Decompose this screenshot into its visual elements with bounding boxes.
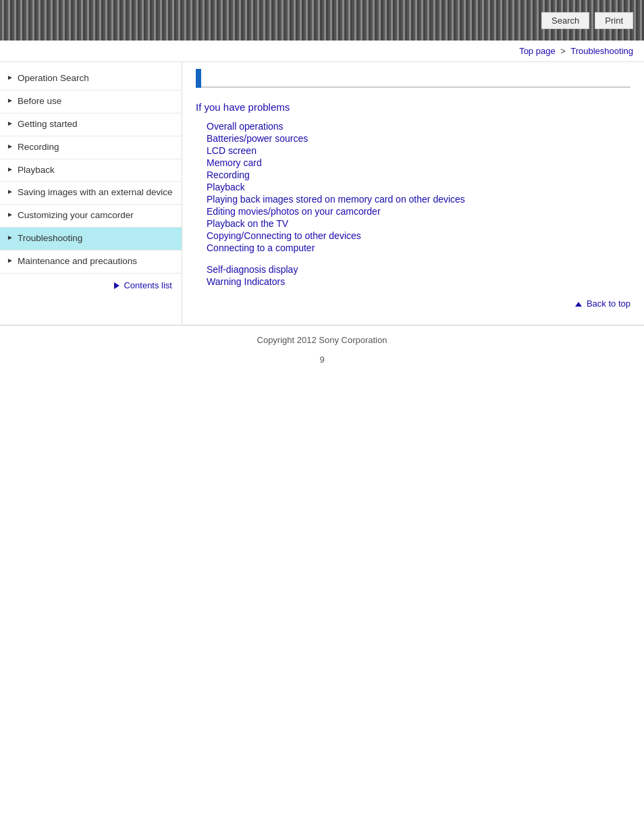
arrow-icon: ►	[7, 165, 14, 173]
link-editing-movies[interactable]: Editing movies/photos on your camcorder	[207, 206, 630, 217]
contents-list-row: Contents list	[0, 273, 182, 297]
sidebar-item-operation-search[interactable]: ► Operation Search	[0, 68, 182, 90]
link-copying-connecting[interactable]: Copying/Connecting to other devices	[207, 230, 630, 241]
sidebar-item-label: Before use	[18, 95, 61, 108]
breadcrumb-current-link[interactable]: Troubleshooting	[570, 46, 633, 56]
page-number: 9	[0, 355, 644, 371]
contents-arrow-icon	[114, 282, 119, 289]
content-area: If you have problems Overall operations …	[182, 62, 644, 325]
header-bar: Search Print	[0, 0, 644, 41]
links-group-2: Self-diagnosis display Warning Indicator…	[207, 264, 630, 287]
sidebar-item-recording[interactable]: ► Recording	[0, 136, 182, 159]
arrow-icon: ►	[7, 120, 14, 127]
sidebar-item-label: Saving images with an external device	[18, 186, 173, 199]
link-overall-operations[interactable]: Overall operations	[207, 121, 630, 132]
link-connecting-computer[interactable]: Connecting to a computer	[207, 242, 630, 253]
main-layout: ► Operation Search ► Before use ► Gettin…	[0, 61, 644, 325]
sidebar-item-label: Getting started	[18, 118, 78, 131]
breadcrumb-separator: >	[560, 46, 566, 56]
sidebar-item-label: Customizing your camcorder	[18, 209, 134, 222]
arrow-icon: ►	[7, 234, 14, 241]
sidebar-item-playback[interactable]: ► Playback	[0, 159, 182, 182]
footer-divider	[0, 325, 644, 325]
arrow-icon: ►	[7, 74, 14, 81]
sidebar: ► Operation Search ► Before use ► Gettin…	[0, 62, 182, 325]
sidebar-item-maintenance[interactable]: ► Maintenance and precautions	[0, 251, 182, 273]
arrow-icon: ►	[7, 257, 14, 264]
sidebar-item-label: Maintenance and precautions	[18, 255, 137, 268]
breadcrumb-top-link[interactable]: Top page	[519, 46, 556, 56]
search-button[interactable]: Search	[541, 12, 589, 29]
blue-bar	[196, 69, 201, 88]
footer-copyright: Copyright 2012 Sony Corporation	[0, 331, 644, 355]
triangle-up-icon	[575, 302, 582, 307]
back-to-top-label: Back to top	[587, 298, 630, 309]
breadcrumb: Top page > Troubleshooting	[0, 41, 644, 59]
sidebar-item-label: Operation Search	[18, 72, 89, 85]
sidebar-item-getting-started[interactable]: ► Getting started	[0, 113, 182, 136]
sidebar-item-before-use[interactable]: ► Before use	[0, 90, 182, 113]
arrow-icon: ►	[7, 97, 14, 104]
sidebar-item-saving-images[interactable]: ► Saving images with an external device	[0, 182, 182, 205]
back-to-top-row: Back to top	[196, 298, 630, 309]
link-memory-card[interactable]: Memory card	[207, 157, 630, 168]
link-batteries[interactable]: Batteries/power sources	[207, 133, 630, 144]
link-warning-indicators[interactable]: Warning Indicators	[207, 276, 630, 287]
link-self-diagnosis[interactable]: Self-diagnosis display	[207, 264, 630, 275]
sidebar-item-customizing[interactable]: ► Customizing your camcorder	[0, 205, 182, 228]
print-button[interactable]: Print	[595, 12, 633, 29]
link-lcd-screen[interactable]: LCD screen	[207, 145, 630, 156]
link-playback-tv[interactable]: Playback on the TV	[207, 218, 630, 229]
link-playback[interactable]: Playback	[207, 182, 630, 192]
link-recording[interactable]: Recording	[207, 170, 630, 180]
contents-list-label: Contents list	[124, 280, 172, 290]
links-group-1: Overall operations Batteries/power sourc…	[207, 121, 630, 253]
arrow-icon: ►	[7, 188, 14, 195]
sidebar-item-label: Recording	[18, 141, 59, 154]
arrow-icon: ►	[7, 142, 14, 150]
section-header	[196, 69, 630, 88]
header-line	[201, 69, 630, 88]
link-playing-back-images[interactable]: Playing back images stored on memory car…	[207, 194, 630, 205]
sidebar-item-label: Troubleshooting	[18, 232, 82, 245]
sidebar-item-troubleshooting[interactable]: ► Troubleshooting	[0, 228, 182, 251]
contents-list-link[interactable]: Contents list	[114, 280, 172, 290]
back-to-top-link[interactable]: Back to top	[575, 298, 630, 309]
sidebar-item-label: Playback	[18, 164, 55, 177]
section-title: If you have problems	[196, 101, 630, 113]
arrow-icon: ►	[7, 211, 14, 218]
